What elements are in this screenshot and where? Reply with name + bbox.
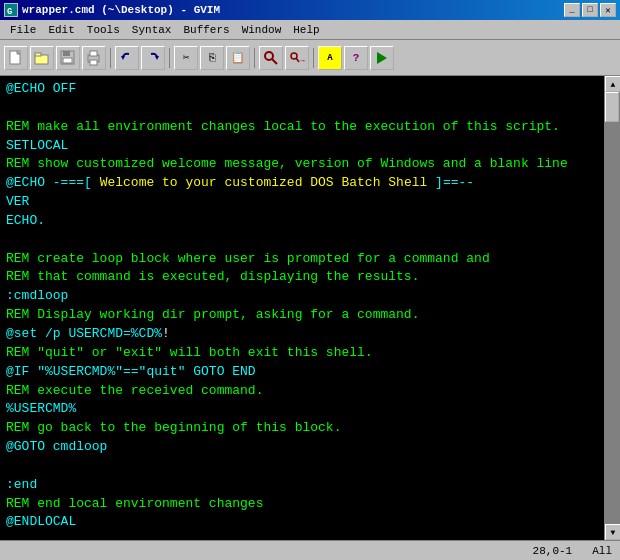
code-line: VER xyxy=(6,193,598,212)
code-line: REM that command is executed, displaying… xyxy=(6,268,598,287)
code-line: @ECHO OFF xyxy=(6,80,598,99)
code-line xyxy=(6,532,598,540)
toolbar-sep-2 xyxy=(169,48,170,68)
menu-syntax[interactable]: Syntax xyxy=(126,22,178,38)
code-line xyxy=(6,457,598,476)
code-line: @GOTO cmdloop xyxy=(6,438,598,457)
code-line: REM go back to the beginning of this blo… xyxy=(6,419,598,438)
code-line: REM show customized welcome message, ver… xyxy=(6,155,598,174)
minimize-button[interactable]: _ xyxy=(564,3,580,17)
editor-area: @ECHO OFF REM make all environment chang… xyxy=(0,76,620,540)
code-line: :end xyxy=(6,476,598,495)
svg-line-15 xyxy=(272,59,277,64)
copy-button[interactable]: ⎘ xyxy=(200,46,224,70)
svg-rect-10 xyxy=(90,51,97,56)
code-line xyxy=(6,231,598,250)
code-line xyxy=(6,99,598,118)
code-line: :cmdloop xyxy=(6,287,598,306)
svg-rect-11 xyxy=(90,60,97,65)
svg-rect-7 xyxy=(63,51,70,56)
scroll-thumb[interactable] xyxy=(605,92,619,122)
toolbar-sep-4 xyxy=(313,48,314,68)
menu-tools[interactable]: Tools xyxy=(81,22,126,38)
app-icon: G xyxy=(4,3,18,17)
window-title: wrapper.cmd (~\Desktop) - GVIM xyxy=(22,4,220,16)
save-file-button[interactable] xyxy=(56,46,80,70)
help-button[interactable]: ? xyxy=(344,46,368,70)
code-line: REM create loop block where user is prom… xyxy=(6,250,598,269)
scroll-track[interactable] xyxy=(605,92,620,524)
menu-window[interactable]: Window xyxy=(236,22,288,38)
vertical-scrollbar[interactable]: ▲ ▼ xyxy=(604,76,620,540)
code-line: SETLOCAL xyxy=(6,137,598,156)
menu-file[interactable]: File xyxy=(4,22,42,38)
code-line: REM make all environment changes local t… xyxy=(6,118,598,137)
code-line: REM execute the received command. xyxy=(6,382,598,401)
paste-button[interactable]: 📋 xyxy=(226,46,250,70)
print-button[interactable] xyxy=(82,46,106,70)
code-line: REM "quit" or "exit" will both exit this… xyxy=(6,344,598,363)
svg-marker-12 xyxy=(121,56,125,60)
redo-button[interactable] xyxy=(141,46,165,70)
cut-button[interactable]: ✂ xyxy=(174,46,198,70)
code-line: %USERCMD% xyxy=(6,400,598,419)
svg-point-14 xyxy=(265,52,273,60)
maximize-button[interactable]: □ xyxy=(582,3,598,17)
code-line: REM Display working dir prompt, asking f… xyxy=(6,306,598,325)
svg-text:G: G xyxy=(7,7,12,16)
undo-button[interactable] xyxy=(115,46,139,70)
toolbar-sep-3 xyxy=(254,48,255,68)
cursor-position: 28,0-1 xyxy=(533,545,573,557)
highlight-button[interactable]: A xyxy=(318,46,342,70)
menu-bar: File Edit Tools Syntax Buffers Window He… xyxy=(0,20,620,40)
find-next-button[interactable]: → xyxy=(285,46,309,70)
code-line: @ECHO -===[ Welcome to your customized D… xyxy=(6,174,598,193)
code-editor[interactable]: @ECHO OFF REM make all environment chang… xyxy=(0,76,604,540)
close-button[interactable]: ✕ xyxy=(600,3,616,17)
svg-rect-5 xyxy=(35,53,41,56)
run-button[interactable] xyxy=(370,46,394,70)
code-line: @ENDLOCAL xyxy=(6,513,598,532)
toolbar: ✂ ⎘ 📋 → A ? xyxy=(0,40,620,76)
new-file-button[interactable] xyxy=(4,46,28,70)
open-file-button[interactable] xyxy=(30,46,54,70)
svg-text:→: → xyxy=(300,56,305,65)
code-line: @set /p USERCMD=%CD%! xyxy=(6,325,598,344)
status-bar: 28,0-1 All xyxy=(0,540,620,560)
scroll-up-button[interactable]: ▲ xyxy=(605,76,620,92)
find-button[interactable] xyxy=(259,46,283,70)
svg-rect-8 xyxy=(63,58,72,63)
view-status: All xyxy=(592,545,612,557)
code-line: ECHO. xyxy=(6,212,598,231)
menu-edit[interactable]: Edit xyxy=(42,22,80,38)
code-line: REM end local environment changes xyxy=(6,495,598,514)
svg-marker-13 xyxy=(155,56,159,60)
scroll-down-button[interactable]: ▼ xyxy=(605,524,620,540)
menu-buffers[interactable]: Buffers xyxy=(177,22,235,38)
svg-line-17 xyxy=(296,58,299,62)
menu-help[interactable]: Help xyxy=(287,22,325,38)
svg-marker-19 xyxy=(377,52,387,64)
toolbar-sep-1 xyxy=(110,48,111,68)
code-line: @IF "%USERCMD%"=="quit" GOTO END xyxy=(6,363,598,382)
title-bar: G wrapper.cmd (~\Desktop) - GVIM _ □ ✕ xyxy=(0,0,620,20)
